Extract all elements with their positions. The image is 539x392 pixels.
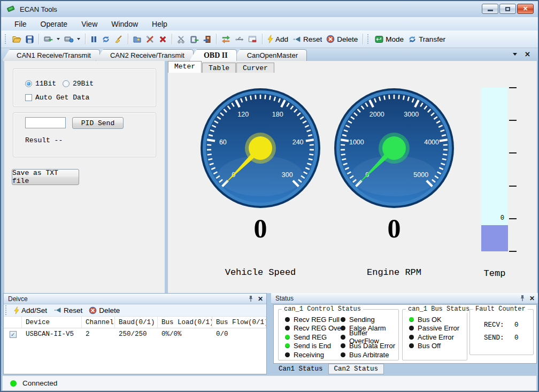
usb-button[interactable]	[233, 34, 246, 45]
fault-send-line: SEND: 0	[484, 334, 519, 342]
device-row[interactable]: ✓USBCAN-II-V52250/2500%/0%0/0	[4, 328, 266, 340]
svg-text:300: 300	[282, 171, 293, 179]
radio-11bit-label: 11Bit	[35, 80, 56, 88]
red-x-icon	[159, 35, 167, 43]
reset-button-label: Reset	[303, 35, 322, 43]
open-file-button[interactable]	[10, 34, 24, 45]
device-delete-button[interactable]: Delete	[86, 306, 123, 314]
led-off-icon	[341, 326, 345, 330]
column-header[interactable]: Device	[22, 317, 82, 328]
new-folder-icon	[133, 35, 142, 43]
device-pin-icon[interactable]	[248, 295, 253, 302]
toolbar-grip	[5, 34, 7, 44]
radio-11bit-circle[interactable]	[25, 80, 32, 87]
device-close-icon[interactable]: ✕	[258, 296, 263, 302]
svg-text:3000: 3000	[404, 111, 419, 118]
save-button[interactable]	[24, 34, 36, 45]
connection-status-text: Connected	[22, 379, 57, 387]
meter-tab-meter[interactable]: Meter	[168, 61, 202, 73]
mode-button[interactable]: Mode	[373, 34, 406, 45]
app-icon	[6, 4, 16, 14]
led-off-icon	[341, 317, 345, 322]
minimize-button[interactable]	[482, 4, 498, 14]
svg-text:4000: 4000	[424, 139, 439, 146]
column-header[interactable]: Baud(0/1)	[115, 317, 158, 328]
reset-button[interactable]: Reset	[290, 34, 324, 45]
disconnect-device-button[interactable]	[62, 34, 82, 45]
delete-button-label: Delete	[337, 35, 358, 43]
paste-button[interactable]	[188, 34, 201, 45]
import-button[interactable]	[201, 34, 213, 45]
status-panel: Status ✕ can_1 Control Status Recv REG F…	[271, 293, 538, 374]
tab-can2-receive-transmit[interactable]: CAN2 Receive/Transmit	[96, 49, 194, 61]
device-cell: 0/0	[212, 330, 266, 338]
close-button[interactable]: ✕	[517, 4, 534, 14]
pid-input[interactable]	[25, 117, 66, 128]
pid-send-button[interactable]: PID Send	[72, 117, 124, 129]
paste-icon	[190, 35, 199, 43]
led-on-icon	[285, 335, 290, 340]
menu-view[interactable]: View	[74, 18, 104, 30]
column-header[interactable]: Bus Flow(0/1)	[212, 317, 266, 328]
column-header[interactable]: Channel	[82, 317, 115, 328]
maximize-button[interactable]	[499, 4, 516, 14]
status-led-row: Recv REG Over	[285, 324, 343, 333]
menu-file[interactable]: File	[7, 18, 34, 30]
tab-list-dropdown[interactable]	[513, 53, 517, 56]
disconnect-dropdown-caret[interactable]	[77, 38, 80, 40]
auto-get-data-checkbox[interactable]	[25, 94, 32, 101]
temp-zero-label: 0	[500, 214, 504, 222]
column-header[interactable]: Bus Load(0/1)	[158, 317, 212, 328]
status-pin-icon[interactable]	[520, 295, 525, 302]
menu-operate[interactable]: Operate	[34, 18, 75, 30]
tab-obd-ii[interactable]: OBD II	[189, 49, 237, 61]
auto-get-data-checkbox-row[interactable]: Auto Get Data	[25, 94, 89, 102]
radio-11bit[interactable]: 11Bit	[25, 80, 56, 88]
pause-button[interactable]	[88, 34, 99, 45]
tab-close-button[interactable]: ✕	[525, 51, 530, 58]
status-close-icon[interactable]: ✕	[529, 295, 535, 302]
meter-tab-table[interactable]: Table	[202, 63, 236, 73]
clear-button[interactable]	[112, 34, 125, 45]
window-minus-button[interactable]	[246, 34, 259, 45]
delete-button[interactable]: Delete	[324, 33, 360, 45]
obd-left-panel: 11Bit 29Bit Auto Get Data PID Send Resul…	[4, 61, 165, 293]
engine-rpm-gauge: 010002000300040005000	[334, 88, 455, 209]
add-button[interactable]: Add	[265, 33, 290, 45]
vehicle-speed-caption: Vehicle Speed	[199, 267, 322, 278]
add-button-label: Add	[275, 35, 288, 43]
menu-window[interactable]: Window	[104, 18, 145, 30]
new-item-button[interactable]	[131, 34, 144, 45]
cut-button[interactable]	[175, 34, 188, 45]
radio-29bit-circle[interactable]	[63, 80, 70, 87]
radio-29bit[interactable]: 29Bit	[63, 80, 94, 88]
meter-content: 060120180240300 010002000300040005000 0 …	[168, 73, 537, 293]
save-txt-button[interactable]: Save as TXT file	[12, 169, 79, 185]
connect-dropdown-caret[interactable]	[57, 38, 60, 40]
led-on-icon	[409, 317, 414, 322]
device-add-set-button[interactable]: Add/Set	[11, 306, 50, 314]
temp-fill	[481, 225, 508, 251]
connect-device-button[interactable]	[42, 34, 62, 45]
status-led-row: Bus Arbitrate	[341, 350, 398, 359]
broom-icon	[114, 35, 123, 43]
delete-item-button[interactable]	[157, 34, 169, 45]
transfer-button[interactable]: Transfer	[406, 34, 448, 45]
window-minus-icon	[248, 35, 257, 43]
device-reset-button[interactable]: Reset	[50, 306, 86, 314]
status-tab-can1-status[interactable]: Can1 Status	[273, 364, 328, 374]
swap-button[interactable]	[219, 34, 233, 45]
tools-button[interactable]	[144, 34, 157, 45]
status-tab-can2-status[interactable]: Can2 Status	[328, 364, 384, 374]
transfer-button-label: Transfer	[419, 35, 445, 43]
menu-help[interactable]: Help	[145, 18, 174, 30]
app-window: ECAN Tools ✕ FileOperateViewWindowHelp	[0, 0, 539, 392]
fault-recv-label: RECV:	[484, 321, 504, 329]
refresh-button[interactable]	[99, 34, 112, 45]
tab-canopenmaster[interactable]: CanOpenMaster	[233, 49, 307, 61]
status-led-row: Send REG	[285, 333, 343, 342]
meter-tab-curver[interactable]: Curver	[236, 63, 274, 73]
device-row-checkbox[interactable]: ✓	[10, 331, 17, 338]
svg-text:180: 180	[272, 111, 283, 118]
tab-can1-receive-transmit[interactable]: CAN1 Receive/Transmit	[2, 49, 100, 61]
